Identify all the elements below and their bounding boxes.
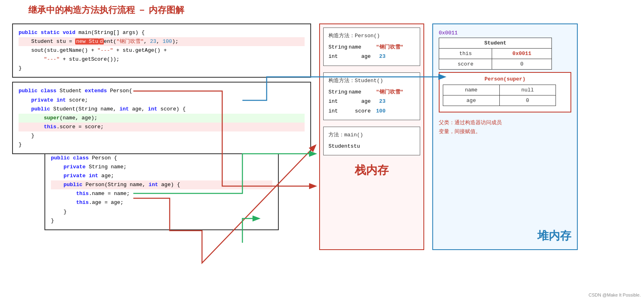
heap-age-value: 0 bbox=[499, 95, 556, 106]
code-line: } bbox=[19, 140, 305, 149]
main-frame: 方法：main() Student stu bbox=[323, 127, 420, 155]
code-line: private int score; bbox=[19, 96, 305, 105]
heap-person-table: name null age 0 bbox=[443, 85, 556, 106]
code-line: sout(stu.getName() + "---" + stu.getAge(… bbox=[19, 46, 305, 55]
stack-var-row: Student stu bbox=[328, 142, 415, 151]
stack-var-row: String name "钢门吹雪" bbox=[328, 42, 415, 52]
code-line: } bbox=[19, 131, 305, 140]
code-line: public class Student extends Person{ bbox=[19, 87, 305, 95]
stack-var-row: String name "钢门吹雪" bbox=[328, 87, 415, 97]
code-line: public Person(String name, int age) { bbox=[51, 180, 272, 189]
heap-score-value: 0 bbox=[492, 59, 552, 70]
code-line: public static void main(String[] args) { bbox=[19, 28, 305, 37]
student-code-box: public class Student extends Person{ pri… bbox=[12, 82, 311, 154]
heap-age-label: age bbox=[443, 95, 500, 106]
heap-label: 堆内存 bbox=[537, 228, 571, 244]
student-frame-title: 构造方法：Student() bbox=[328, 77, 415, 84]
stack-var-row: int age 23 bbox=[328, 52, 415, 61]
code-line: this.age = age; bbox=[51, 198, 272, 207]
code-line: public class Person { bbox=[51, 154, 272, 163]
code-line: this.score = score; bbox=[19, 123, 305, 131]
heap-table-header: Student bbox=[439, 38, 552, 49]
stack-label: 栈内存 bbox=[320, 159, 423, 182]
heap-score-label: score bbox=[439, 59, 492, 70]
code-line: this.name = name; bbox=[51, 189, 272, 198]
person-frame-title: 构造方法：Person() bbox=[328, 32, 415, 39]
code-line: super(name, age); bbox=[19, 114, 305, 123]
person-frame: 构造方法：Person() String name "钢门吹雪" int age… bbox=[323, 28, 420, 66]
heap-address: 0x0011 bbox=[439, 30, 571, 36]
heap-note: 父类：通过构造器访问成员变量，间接赋值。 bbox=[439, 118, 571, 136]
stack-outer: 构造方法：Person() String name "钢门吹雪" int age… bbox=[319, 23, 424, 250]
heap-person-box: Person(super) name null age 0 bbox=[439, 72, 571, 112]
heap-this-value: 0x0011 bbox=[492, 49, 552, 59]
main-frame-title: 方法：main() bbox=[328, 131, 415, 138]
heap-name-label: name bbox=[443, 85, 500, 95]
person-code-box: public class Person { private String nam… bbox=[44, 149, 279, 230]
student-frame: 构造方法：Student() String name "钢门吹雪" int ag… bbox=[323, 72, 420, 120]
code-section: public static void main(String[] args) {… bbox=[12, 23, 311, 250]
code-line: public Student(String name, int age, int… bbox=[19, 105, 305, 114]
code-line: Student stu = new Student("钢门吹雪", 23, 10… bbox=[19, 37, 305, 46]
heap-this-label: this bbox=[439, 49, 492, 59]
stack-section: 构造方法：Person() String name "钢门吹雪" int age… bbox=[319, 23, 424, 250]
stack-var-row: int age 23 bbox=[328, 97, 415, 106]
code-line: } bbox=[51, 208, 272, 216]
code-line: private String name; bbox=[51, 163, 272, 172]
heap-person-title: Person(super) bbox=[443, 76, 567, 82]
code-line: private int age; bbox=[51, 172, 272, 180]
heap-outer-table: Student this 0x0011 score 0 bbox=[439, 38, 552, 70]
stack-var-row: int score 100 bbox=[328, 106, 415, 116]
code-line: "---" + stu.getScore()); bbox=[19, 55, 305, 64]
page-title: 继承中的构造方法执行流程 － 内存图解 bbox=[28, 4, 640, 16]
watermark: CSDN @Make It Possible. bbox=[589, 293, 641, 297]
heap-section: 0x0011 Student this 0x0011 score 0 Perso… bbox=[432, 23, 578, 250]
code-line: } bbox=[19, 64, 305, 73]
heap-name-value: null bbox=[499, 85, 556, 95]
main-code-box: public static void main(String[] args) {… bbox=[12, 23, 311, 78]
code-line: } bbox=[51, 216, 272, 225]
